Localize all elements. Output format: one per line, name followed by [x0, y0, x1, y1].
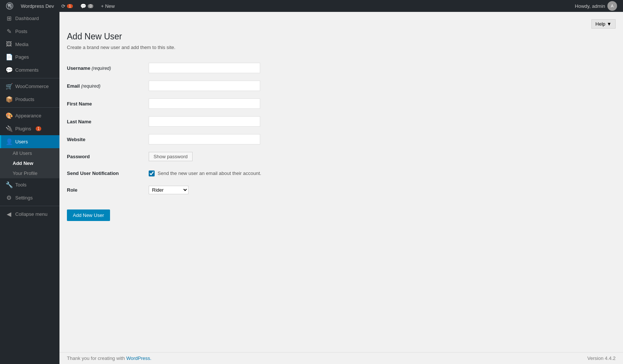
- updates-icon: ⟳: [61, 3, 65, 9]
- settings-icon: ⚙: [6, 194, 12, 201]
- notification-row-inner: Send the new user an email about their a…: [149, 170, 616, 176]
- lastname-input-cell: [149, 113, 616, 130]
- lastname-input[interactable]: [149, 116, 260, 127]
- collapse-icon: ◀: [6, 211, 12, 218]
- products-icon: 📦: [6, 96, 12, 103]
- sidebar-item-woocommerce[interactable]: 🛒 WooCommerce: [0, 80, 59, 93]
- notification-row: Send User Notification Send the new user…: [67, 165, 616, 182]
- username-input-cell: [149, 59, 616, 77]
- website-input-cell: [149, 130, 616, 148]
- password-row: Password Show password: [67, 148, 616, 165]
- admin-bar: Wordpress Dev ⟳ 1 💬 0 + New Howdy, admin…: [0, 0, 623, 12]
- wordpress-link[interactable]: WordPress.: [126, 355, 152, 361]
- lastname-label-cell: Last Name: [67, 113, 149, 130]
- sidebar-item-tools[interactable]: 🔧 Tools: [0, 178, 59, 191]
- submenu-all-users[interactable]: All Users: [0, 148, 59, 158]
- new-content-button[interactable]: + New: [98, 0, 117, 12]
- submenu-add-new[interactable]: Add New: [0, 158, 59, 168]
- role-select[interactable]: Subscriber Contributor Author Editor Adm…: [149, 186, 188, 194]
- sidebar-item-users[interactable]: 👤 Users: [0, 135, 59, 148]
- updates-count: 1: [67, 4, 73, 8]
- sidebar-item-settings[interactable]: ⚙ Settings: [0, 191, 59, 204]
- firstname-input[interactable]: [149, 98, 260, 109]
- notification-label-cell: Send User Notification: [67, 165, 149, 182]
- users-submenu: All Users Add New Your Profile: [0, 148, 59, 178]
- sidebar-item-media[interactable]: 🖼 Media: [0, 38, 59, 51]
- sidebar-item-comments[interactable]: 💬 Comments: [0, 64, 59, 77]
- main-content: Help ▼ Add New User Create a brand new u…: [59, 12, 623, 364]
- website-input[interactable]: [149, 134, 260, 144]
- woocommerce-icon: 🛒: [6, 83, 12, 90]
- pages-icon: 📄: [6, 53, 12, 61]
- help-button[interactable]: Help ▼: [591, 19, 616, 29]
- footer: Thank you for creating with WordPress. V…: [59, 352, 623, 364]
- sidebar-item-posts[interactable]: ✎ Posts: [0, 25, 59, 38]
- notification-text: Send the new user an email about their a…: [158, 170, 261, 176]
- sidebar-item-collapse[interactable]: ◀ Collapse menu: [0, 208, 59, 221]
- posts-icon: ✎: [6, 28, 12, 35]
- media-icon: 🖼: [6, 41, 12, 48]
- separator-1: [0, 78, 59, 78]
- firstname-row: First Name: [67, 95, 616, 113]
- help-bar: Help ▼: [67, 19, 616, 29]
- footer-credit: Thank you for creating with WordPress.: [67, 355, 151, 361]
- comments-icon: 💬: [80, 3, 86, 9]
- lastname-row: Last Name: [67, 113, 616, 130]
- password-input-cell: Show password: [149, 148, 616, 165]
- password-label-cell: Password: [67, 148, 149, 165]
- submenu-your-profile[interactable]: Your Profile: [0, 168, 59, 178]
- plugins-icon: 🔌: [6, 125, 12, 132]
- firstname-input-cell: [149, 95, 616, 113]
- add-user-form: Username (required) Email (required): [67, 59, 616, 221]
- separator-2: [0, 107, 59, 108]
- show-password-button[interactable]: Show password: [149, 152, 193, 161]
- sidebar: ⊞ Dashboard ✎ Posts 🖼 Media 📄 Pages 💬 Co…: [0, 12, 59, 364]
- notification-checkbox[interactable]: [149, 170, 155, 176]
- sidebar-item-pages[interactable]: 📄 Pages: [0, 51, 59, 64]
- comments-icon: 💬: [6, 66, 12, 74]
- sidebar-item-dashboard[interactable]: ⊞ Dashboard: [0, 12, 59, 25]
- footer-version: Version 4.4.2: [587, 355, 616, 361]
- sidebar-item-products[interactable]: 📦 Products: [0, 93, 59, 106]
- email-row: Email (required): [67, 77, 616, 95]
- firstname-label-cell: First Name: [67, 95, 149, 113]
- username-label-cell: Username (required): [67, 59, 149, 77]
- appearance-icon: 🎨: [6, 112, 12, 119]
- add-new-user-button[interactable]: Add New User: [67, 209, 110, 221]
- users-icon: 👤: [6, 138, 12, 145]
- user-form-table: Username (required) Email (required): [67, 59, 616, 198]
- username-input[interactable]: [149, 63, 260, 73]
- email-input-cell: [149, 77, 616, 95]
- dashboard-icon: ⊞: [6, 15, 12, 22]
- comments-count: 0: [88, 4, 94, 8]
- updates-button[interactable]: ⟳ 1: [58, 0, 76, 12]
- role-select-cell: Subscriber Contributor Author Editor Adm…: [149, 182, 616, 198]
- role-row: Role Subscriber Contributor Author Edito…: [67, 182, 616, 198]
- site-name-button[interactable]: Wordpress Dev: [18, 0, 57, 12]
- user-info[interactable]: Howdy, admin A: [572, 1, 620, 11]
- role-label-cell: Role: [67, 182, 149, 198]
- separator-3: [0, 206, 59, 206]
- avatar: A: [607, 1, 617, 11]
- email-input[interactable]: [149, 81, 260, 91]
- website-label-cell: Website: [67, 130, 149, 148]
- wp-logo-button[interactable]: [3, 0, 16, 12]
- page-subtitle: Create a brand new user and add them to …: [67, 45, 616, 50]
- sidebar-item-plugins[interactable]: 🔌 Plugins 1: [0, 122, 59, 135]
- email-label-cell: Email (required): [67, 77, 149, 95]
- page-title: Add New User: [67, 32, 616, 42]
- sidebar-item-appearance[interactable]: 🎨 Appearance: [0, 109, 59, 122]
- notification-input-cell: Send the new user an email about their a…: [149, 165, 616, 182]
- comments-button[interactable]: 💬 0: [77, 0, 97, 12]
- tools-icon: 🔧: [6, 181, 12, 188]
- plugin-update-badge: 1: [36, 126, 42, 131]
- username-row: Username (required): [67, 59, 616, 77]
- website-row: Website: [67, 130, 616, 148]
